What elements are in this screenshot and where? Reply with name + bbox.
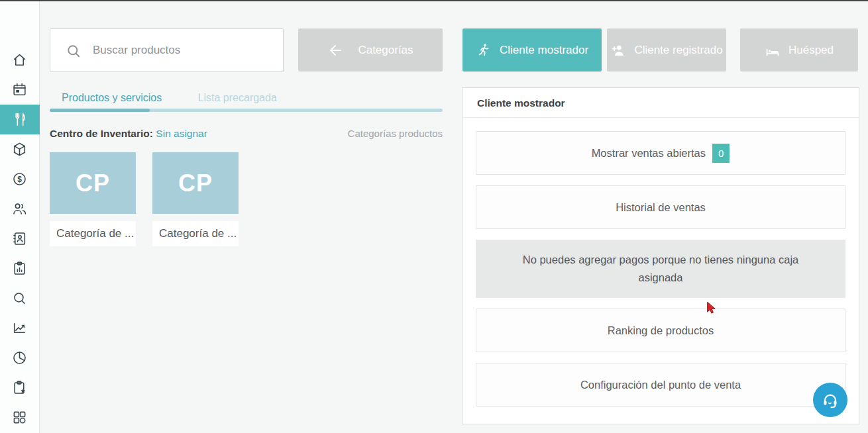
inventory-center-link[interactable]: Sin asignar xyxy=(156,128,207,139)
tab-huesped[interactable]: Huésped xyxy=(740,28,858,72)
inventory-center-label: Centro de Inventario: xyxy=(50,128,153,139)
category-tile[interactable]: CP Categoría de ... xyxy=(152,152,239,246)
clipboard-star-icon xyxy=(11,379,28,396)
back-arrow-icon xyxy=(327,42,343,58)
sidebar-item-calendar[interactable] xyxy=(0,75,39,105)
mostrar-ventas-abiertas-label: Mostrar ventas abiertas xyxy=(592,147,706,160)
apps-grid-icon xyxy=(11,409,28,426)
sidebar-item-search[interactable] xyxy=(0,283,39,313)
catalog-tabs: Productos y servicios Lista precargada xyxy=(50,92,443,104)
money-icon: $ xyxy=(11,171,28,187)
sidebar-item-orders[interactable] xyxy=(0,373,39,403)
cliente-mostrador-label: Cliente mostrador xyxy=(500,44,588,57)
search-icon xyxy=(65,42,83,60)
sidebar-item-restaurant[interactable] xyxy=(0,105,40,134)
category-tile-initials: CP xyxy=(50,152,136,214)
configuracion-punto-de-venta-button[interactable]: Configuración del punto de venta xyxy=(476,363,845,407)
sidebar-item-inventory[interactable] xyxy=(0,134,39,164)
sidebar-item-statistics[interactable] xyxy=(0,313,39,343)
mostrar-ventas-abiertas-button[interactable]: Mostrar ventas abiertas 0 xyxy=(476,131,845,175)
line-chart-icon xyxy=(11,320,28,336)
calendar-icon xyxy=(11,81,28,98)
tab-underline-track xyxy=(50,109,443,112)
panel-body: Mostrar ventas abiertas 0 Historial de v… xyxy=(462,118,859,407)
restaurant-icon xyxy=(12,111,28,128)
sidebar-item-clients[interactable] xyxy=(0,194,39,224)
home-icon xyxy=(11,52,28,68)
agregar-pagos-disabled-label: No puedes agregar pagos porque no tienes… xyxy=(514,251,808,287)
open-sales-count-badge: 0 xyxy=(712,144,730,163)
person-plus-icon xyxy=(610,42,626,58)
ranking-de-productos-label: Ranking de productos xyxy=(608,324,714,337)
headset-icon xyxy=(820,390,840,410)
tab-underline-active xyxy=(50,109,150,112)
categories-caption: Categorías productos xyxy=(348,128,443,139)
sidebar-item-payments[interactable]: $ xyxy=(0,164,39,194)
panel-title: Cliente mostrador xyxy=(462,88,859,118)
tab-lista-precargada[interactable]: Lista precargada xyxy=(198,92,277,104)
category-tile-initials: CP xyxy=(152,152,239,214)
sidebar-item-analytics[interactable] xyxy=(0,343,39,373)
tab-cliente-mostrador[interactable]: Cliente mostrador xyxy=(462,28,602,72)
configuracion-punto-de-venta-label: Configuración del punto de venta xyxy=(580,379,741,391)
contacts-icon xyxy=(11,230,28,247)
sidebar-item-contacts[interactable] xyxy=(0,224,39,254)
inventory-row: Centro de Inventario: Sin asignar Catego… xyxy=(50,128,443,140)
pos-screen: $ xyxy=(0,0,868,433)
bed-icon xyxy=(765,42,781,58)
categories-button-label: Categorías xyxy=(358,44,413,57)
category-tile[interactable]: CP Categoría de ... xyxy=(50,152,136,246)
tab-cliente-registrado[interactable]: Cliente registrado xyxy=(607,28,726,72)
category-tile-label: Categoría de ... xyxy=(50,221,136,246)
package-icon xyxy=(11,141,28,158)
sidebar-item-home[interactable] xyxy=(0,45,39,75)
window-top-edge xyxy=(0,0,868,1)
category-tile-label: Categoría de ... xyxy=(152,221,239,246)
historial-de-ventas-label: Historial de ventas xyxy=(616,201,706,214)
historial-de-ventas-button[interactable]: Historial de ventas xyxy=(476,185,845,229)
category-grid: CP Categoría de ... CP Categoría de ... xyxy=(50,152,239,246)
product-search-box xyxy=(50,28,284,72)
tab-productos-y-servicios[interactable]: Productos y servicios xyxy=(62,92,162,104)
pie-chart-icon xyxy=(11,350,28,366)
categories-back-button[interactable]: Categorías xyxy=(298,28,443,72)
search-input[interactable] xyxy=(93,29,278,72)
cliente-mostrador-panel: Cliente mostrador Mostrar ventas abierta… xyxy=(462,87,859,424)
sidebar: $ xyxy=(0,1,40,433)
ranking-de-productos-button[interactable]: Ranking de productos xyxy=(476,309,845,352)
help-chat-button[interactable] xyxy=(813,383,847,417)
sidebar-item-reports[interactable] xyxy=(0,254,39,283)
clipboard-chart-icon xyxy=(11,260,28,277)
huesped-label: Huésped xyxy=(788,44,834,57)
running-person-icon xyxy=(476,42,492,58)
agregar-pagos-disabled-button: No puedes agregar pagos porque no tienes… xyxy=(476,240,845,298)
cliente-registrado-label: Cliente registrado xyxy=(634,44,722,57)
search-icon xyxy=(11,290,28,307)
svg-text:$: $ xyxy=(17,175,22,184)
users-icon xyxy=(11,201,28,217)
sidebar-item-apps[interactable] xyxy=(0,403,39,432)
